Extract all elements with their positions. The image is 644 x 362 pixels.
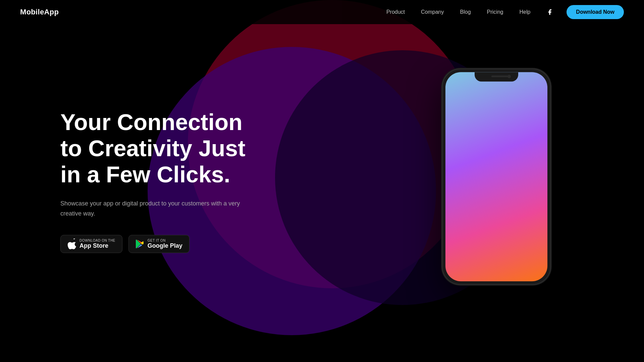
- app-store-main: App Store: [79, 242, 115, 250]
- app-store-text: Download on the App Store: [79, 239, 115, 250]
- hero-section: MobileApp Product Company Blog Pricing H…: [0, 0, 644, 362]
- phone-screen: [445, 72, 547, 281]
- hero-title: Your Connection to Creativity Just in a …: [60, 109, 248, 188]
- google-play-main: Google Play: [148, 242, 182, 250]
- app-store-button[interactable]: Download on the App Store: [60, 235, 122, 253]
- nav-link-blog[interactable]: Blog: [460, 9, 471, 15]
- phone-speaker: [491, 75, 508, 77]
- store-buttons: Download on the App Store GET IT ON Goog…: [60, 235, 248, 253]
- phone-frame: [443, 69, 550, 284]
- phone-notch: [475, 72, 518, 81]
- nav-link-help[interactable]: Help: [519, 9, 530, 15]
- google-play-icon: [136, 239, 144, 249]
- brand-logo: MobileApp: [20, 8, 59, 16]
- google-play-sub: GET IT ON: [148, 239, 182, 242]
- phone-mockup: [443, 69, 550, 284]
- nav-link-company[interactable]: Company: [421, 9, 444, 15]
- hero-subtitle: Showcase your app or digital product to …: [60, 198, 248, 219]
- download-now-button[interactable]: Download Now: [567, 5, 624, 19]
- google-play-button[interactable]: GET IT ON Google Play: [128, 235, 190, 253]
- google-play-text: GET IT ON Google Play: [148, 239, 182, 250]
- apple-icon: [67, 239, 76, 249]
- nav-link-pricing[interactable]: Pricing: [487, 9, 503, 15]
- nav-link-product[interactable]: Product: [386, 9, 405, 15]
- facebook-icon[interactable]: [546, 9, 553, 15]
- nav-links: Product Company Blog Pricing Help: [386, 9, 553, 15]
- hero-content: Your Connection to Creativity Just in a …: [60, 109, 248, 253]
- app-store-sub: Download on the: [79, 239, 115, 242]
- navbar: MobileApp Product Company Blog Pricing H…: [0, 0, 644, 24]
- phone-camera: [507, 75, 511, 78]
